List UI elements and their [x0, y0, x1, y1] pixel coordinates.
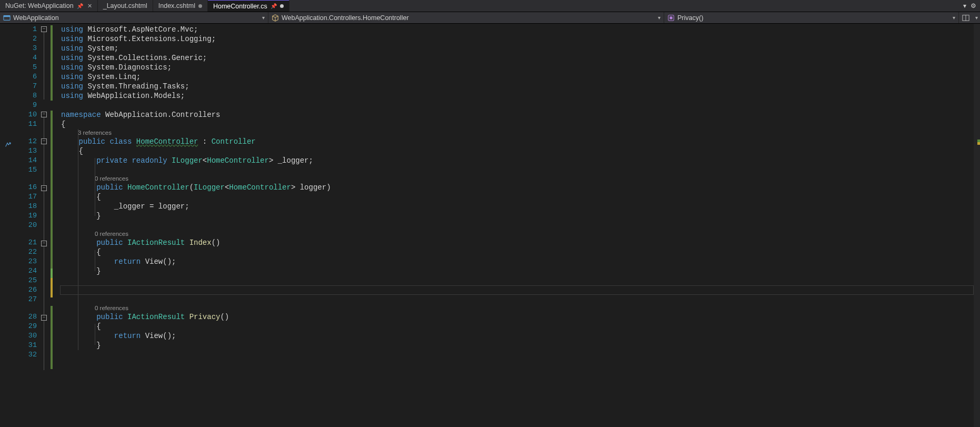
code-line: private readonly ILogger<HomeController>… — [60, 156, 980, 165]
fold-toggle[interactable]: − — [41, 315, 47, 321]
nav-project-label: WebApplication — [13, 14, 59, 22]
change-marker — [51, 306, 53, 369]
vertical-scrollbar[interactable] — [974, 24, 980, 427]
codelens-references[interactable]: 0 references — [60, 304, 980, 312]
code-line — [60, 276, 980, 285]
line-number: 14 — [17, 156, 41, 165]
line-number: 25 — [17, 276, 41, 285]
codelens-references[interactable]: 0 references — [60, 175, 980, 183]
dirty-dot-icon — [198, 4, 202, 8]
nav-class-selector[interactable]: WebApplication.Controllers.HomeControlle… — [268, 12, 664, 23]
code-line: { — [60, 322, 980, 331]
line-number: 30 — [17, 331, 41, 341]
code-line: return View(); — [60, 331, 980, 341]
code-line — [60, 350, 980, 360]
code-line — [60, 221, 980, 230]
code-line: using System.Linq; — [60, 72, 980, 82]
code-line: } — [60, 266, 980, 276]
chevron-down-icon: ▾ — [658, 15, 661, 21]
class-icon — [272, 14, 279, 22]
code-line: using System; — [60, 44, 980, 53]
nav-class-label: WebApplication.Controllers.HomeControlle… — [282, 14, 409, 22]
svg-rect-1 — [4, 15, 10, 17]
dirty-dot-icon — [280, 4, 284, 8]
code-line: public class HomeController : Controller — [60, 137, 980, 146]
chevron-down-icon: ▾ — [975, 15, 978, 21]
code-line: using System.Threading.Tasks; — [60, 82, 980, 91]
nav-member-label: Privacy() — [677, 14, 703, 22]
code-line: { — [60, 247, 980, 257]
code-line: } — [60, 211, 980, 221]
code-line: } — [60, 341, 980, 350]
nav-project-selector[interactable]: WebApplication ▾ — [0, 12, 268, 23]
code-text-area[interactable]: using Microsoft.AspNetCore.Mvc; using Mi… — [60, 24, 980, 427]
tab-label: Index.cshtml — [158, 2, 195, 9]
line-number: 29 — [17, 322, 41, 331]
fold-toggle[interactable]: − — [41, 241, 47, 246]
document-tab-bar: NuGet: WebApplication 📌 ✕ _Layout.cshtml… — [0, 0, 980, 12]
line-number: 12 — [17, 137, 41, 146]
line-number: 28 — [17, 312, 41, 322]
tab-bar-right-controls: ▾ ⚙ — [959, 0, 980, 12]
line-number: 7 — [17, 82, 41, 91]
line-number: 31 — [17, 341, 41, 350]
close-icon[interactable]: ✕ — [87, 3, 92, 9]
line-number: 3 — [17, 44, 41, 53]
method-icon — [667, 14, 675, 22]
line-number: 27 — [17, 295, 41, 304]
split-icon — [962, 14, 969, 22]
tab-homecontroller[interactable]: HomeController.cs 📌 — [208, 0, 289, 12]
line-number: 5 — [17, 63, 41, 72]
line-number: 8 — [17, 91, 41, 101]
line-number: 32 — [17, 350, 41, 360]
line-number: 23 — [17, 257, 41, 266]
code-line: using WebApplication.Models; — [60, 91, 980, 101]
tab-layout[interactable]: _Layout.cshtml — [98, 0, 153, 12]
pin-icon[interactable]: 📌 — [271, 3, 277, 9]
code-line — [60, 285, 980, 295]
track-changes-icon[interactable] — [4, 141, 12, 148]
tab-index[interactable]: Index.cshtml — [153, 0, 208, 12]
fold-toggle[interactable]: − — [41, 185, 47, 191]
tab-label: _Layout.cshtml — [103, 2, 147, 9]
line-number: 13 — [17, 146, 41, 156]
code-line: return View(); — [60, 257, 980, 266]
tab-nuget[interactable]: NuGet: WebApplication 📌 ✕ — [0, 0, 98, 12]
tab-bar-spacer — [289, 0, 959, 12]
code-line: using System.Diagnostics; — [60, 63, 980, 72]
nav-member-selector[interactable]: Privacy() ▾ — [664, 12, 959, 23]
code-nav-bar: WebApplication ▾ WebApplication.Controll… — [0, 12, 980, 24]
nav-split-button[interactable] — [959, 12, 973, 23]
line-number: 11 — [17, 120, 41, 129]
line-number: 18 — [17, 202, 41, 211]
nav-dropdown-button[interactable]: ▾ — [973, 12, 980, 23]
codelens-references[interactable]: 3 references — [60, 129, 980, 137]
codelens-references[interactable]: 0 references — [60, 230, 980, 238]
line-number: 16 — [17, 183, 41, 192]
pin-icon[interactable]: 📌 — [77, 3, 83, 9]
line-number: 17 — [17, 192, 41, 202]
tab-settings-button[interactable]: ⚙ — [969, 2, 978, 9]
code-line: public HomeController(ILogger<HomeContro… — [60, 183, 980, 192]
project-icon — [3, 14, 11, 22]
tab-label: HomeController.cs — [213, 3, 267, 10]
change-marker — [51, 111, 53, 269]
code-line: using Microsoft.Extensions.Logging; — [60, 34, 980, 44]
code-line: { — [60, 146, 980, 156]
code-line: public IActionResult Index() — [60, 238, 980, 247]
fold-toggle[interactable]: − — [41, 138, 47, 144]
tab-dropdown-button[interactable]: ▾ — [962, 2, 968, 9]
fold-toggle[interactable]: − — [41, 26, 47, 32]
scrollbar-marker — [977, 142, 980, 145]
line-number: 24 — [17, 266, 41, 276]
line-number: 6 — [17, 72, 41, 82]
line-number: 1 — [17, 25, 41, 34]
fold-toggle[interactable]: − — [41, 112, 47, 117]
indicator-margin — [0, 24, 17, 427]
line-number: 22 — [17, 247, 41, 257]
tab-label: NuGet: WebApplication — [5, 2, 74, 9]
code-editor[interactable]: 1234567891011121314151617181920212223242… — [0, 24, 980, 427]
change-marker — [51, 25, 53, 101]
line-number: 4 — [17, 53, 41, 63]
code-line: { — [60, 192, 980, 202]
